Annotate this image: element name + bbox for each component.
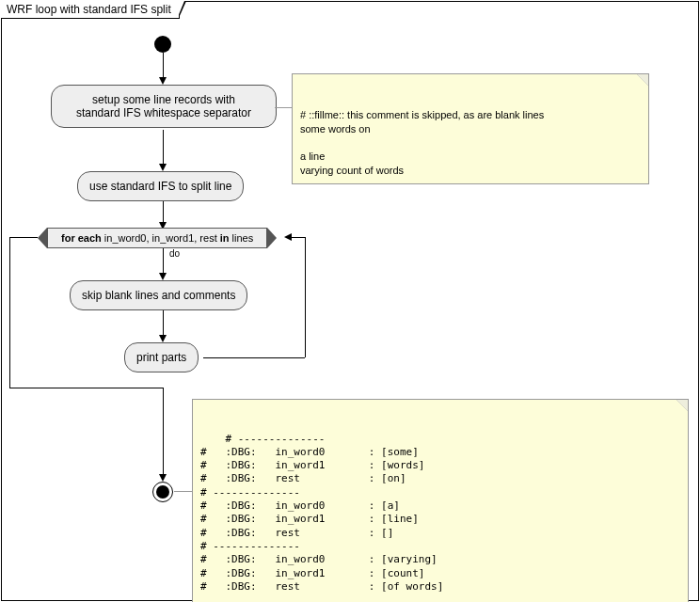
note-fold	[676, 399, 689, 412]
kw: in	[220, 232, 230, 244]
edge	[163, 53, 164, 79]
arrowhead	[284, 233, 292, 241]
arrowhead	[159, 474, 167, 482]
end-node	[152, 482, 173, 502]
edge	[163, 201, 164, 224]
do-label: do	[169, 248, 180, 259]
setup-node: setup some line records with standard IF…	[51, 85, 277, 128]
edge	[305, 237, 306, 357]
note-connector	[174, 491, 192, 492]
arrowhead	[159, 77, 167, 85]
edge	[163, 248, 164, 275]
arrowhead	[159, 273, 167, 280]
edge	[163, 310, 164, 337]
note-connector	[275, 107, 292, 108]
print-node: print parts	[124, 342, 199, 372]
note-fold	[636, 73, 649, 87]
edge	[292, 237, 305, 238]
frame-title: WRF loop with standard IFS split	[1, 1, 180, 19]
edge	[203, 357, 305, 358]
edge	[9, 388, 163, 388]
start-node	[154, 36, 171, 53]
use-ifs-node: use standard IFS to split line	[77, 171, 244, 201]
skip-node: skip blank lines and comments	[70, 280, 247, 310]
txt: lines	[230, 232, 254, 244]
txt: in_word0, in_word1, rest	[102, 232, 220, 244]
kw: for each	[61, 232, 102, 244]
note-text: # -------------- # :DBG: in_word0 : [som…	[200, 433, 443, 593]
diagram-frame: WRF loop with standard IFS split setup s…	[1, 1, 699, 601]
edge	[163, 388, 164, 476]
edge	[9, 237, 38, 238]
note-text: # ::fillme:: this comment is skipped, as…	[300, 109, 544, 176]
foreach-node: for each in_word0, in_word1, rest in lin…	[47, 228, 267, 248]
arrowhead	[159, 335, 167, 342]
arrowhead	[159, 164, 167, 171]
edge	[163, 130, 164, 166]
edge	[9, 237, 10, 388]
input-note: # ::fillme:: this comment is skipped, as…	[292, 73, 649, 184]
output-note: # -------------- # :DBG: in_word0 : [som…	[192, 399, 689, 602]
